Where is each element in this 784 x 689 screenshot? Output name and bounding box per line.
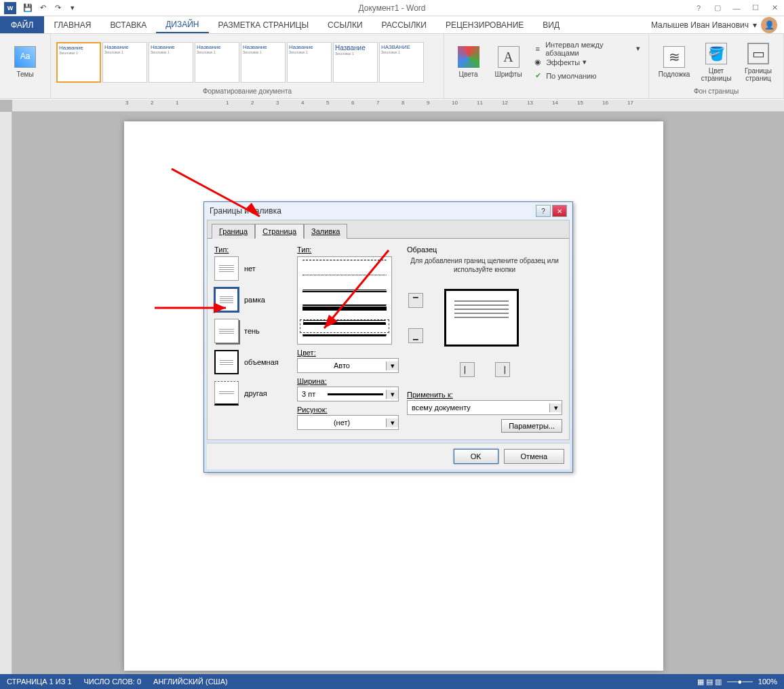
colors-icon bbox=[458, 46, 479, 68]
zoom-level[interactable]: 100% bbox=[758, 677, 777, 686]
redo-icon[interactable]: ↷ bbox=[50, 1, 65, 15]
ok-button[interactable]: OK bbox=[454, 449, 498, 464]
cancel-button[interactable]: Отмена bbox=[504, 449, 564, 464]
border-bottom-toggle[interactable]: ▁ bbox=[408, 328, 423, 343]
preview-box: ▔ ▁ bbox=[407, 281, 562, 362]
tab-home[interactable]: ГЛАВНАЯ bbox=[44, 16, 100, 33]
dialog-title-text: Границы и заливка bbox=[210, 206, 281, 216]
colors-button[interactable]: Цвета bbox=[450, 39, 487, 86]
workspace: 3211234567891011121314151617 Границы и з… bbox=[0, 100, 784, 674]
maximize-icon[interactable]: ☐ bbox=[746, 1, 765, 15]
dialog-close-icon[interactable]: ✕ bbox=[552, 205, 567, 217]
apply-to-label: Применить к: bbox=[407, 391, 562, 399]
style-label: Тип: bbox=[297, 245, 399, 254]
view-buttons[interactable]: ▦ ▤ ▥ bbox=[697, 677, 722, 686]
dialog-tab-border[interactable]: Граница bbox=[212, 224, 255, 239]
dialog-help-icon[interactable]: ? bbox=[536, 205, 551, 217]
page-borders-button[interactable]: ▭Границы страниц bbox=[739, 39, 778, 86]
apply-to-combo[interactable]: всему документу▾ bbox=[407, 400, 562, 415]
color-combo[interactable]: Авто▾ bbox=[297, 358, 399, 373]
theme-item[interactable]: НазваниеЗаголовок 1 bbox=[56, 42, 101, 83]
window-title: Документ1 - Word bbox=[358, 3, 425, 13]
tab-references[interactable]: ССЫЛКИ bbox=[318, 16, 372, 33]
theme-item[interactable]: НАЗВАНИЕЗаголовок 1 bbox=[379, 42, 424, 83]
theme-item[interactable]: НазваниеЗаголовок 1 bbox=[102, 42, 147, 83]
effects-button[interactable]: ◉Эффекты▾ bbox=[530, 56, 643, 69]
chevron-down-icon: ▾ bbox=[386, 361, 398, 370]
user-area[interactable]: Малышев Иван Иванович▾ 👤 bbox=[651, 16, 784, 33]
borders-shading-dialog: Границы и заливка ? ✕ Граница Страница З… bbox=[203, 201, 573, 473]
theme-item[interactable]: НазваниеЗаголовок 1 bbox=[287, 42, 332, 83]
tab-file[interactable]: ФАЙЛ bbox=[0, 16, 44, 33]
status-language[interactable]: АНГЛИЙСКИЙ (США) bbox=[153, 677, 228, 686]
chevron-down-icon: ▾ bbox=[386, 390, 398, 399]
tab-review[interactable]: РЕЦЕНЗИРОВАНИЕ bbox=[436, 16, 533, 33]
watermark-button[interactable]: ≋Подложка bbox=[654, 39, 694, 86]
tab-insert[interactable]: ВСТАВКА bbox=[100, 16, 156, 33]
preview-label: Образец bbox=[407, 245, 562, 254]
page-borders-icon: ▭ bbox=[747, 43, 769, 64]
border-top-toggle[interactable]: ▔ bbox=[408, 293, 423, 308]
type-option-box[interactable]: рамка bbox=[214, 288, 289, 312]
tab-design[interactable]: ДИЗАЙН bbox=[156, 16, 208, 33]
theme-item[interactable]: НазваниеЗаголовок 1 bbox=[149, 42, 193, 83]
type-label: Тип: bbox=[214, 245, 289, 254]
fonts-button[interactable]: AШрифты bbox=[490, 39, 527, 86]
document-page[interactable]: Границы и заливка ? ✕ Граница Страница З… bbox=[124, 121, 663, 671]
type-option-none[interactable]: нет bbox=[214, 256, 289, 281]
fonts-icon: A bbox=[498, 46, 520, 68]
color-label: Цвет: bbox=[297, 349, 399, 357]
ribbon: Aa Темы НазваниеЗаголовок 1 НазваниеЗаго… bbox=[0, 34, 784, 99]
status-page[interactable]: СТРАНИЦА 1 ИЗ 1 bbox=[7, 677, 72, 686]
type-option-3d[interactable]: объемная bbox=[214, 350, 289, 374]
border-left-toggle[interactable]: ▏ bbox=[460, 362, 475, 377]
dialog-titlebar[interactable]: Границы и заливка ? ✕ bbox=[204, 202, 572, 220]
page-color-icon: 🪣 bbox=[705, 43, 727, 64]
theme-item[interactable]: НазваниеЗаголовок 1 bbox=[241, 42, 286, 83]
document-formatting-gallery[interactable]: НазваниеЗаголовок 1 НазваниеЗаголовок 1 … bbox=[56, 42, 424, 83]
art-label: Рисунок: bbox=[297, 406, 399, 414]
border-right-toggle[interactable]: ▕ bbox=[495, 362, 510, 377]
art-combo[interactable]: (нет)▾ bbox=[297, 415, 399, 430]
dialog-tab-page[interactable]: Страница bbox=[255, 224, 304, 239]
spacing-icon: ≡ bbox=[532, 43, 543, 54]
word-app-icon: W bbox=[4, 2, 16, 14]
ribbon-tabs: ФАЙЛ ГЛАВНАЯ ВСТАВКА ДИЗАЙН РАЗМЕТКА СТР… bbox=[0, 16, 784, 34]
group-label-page-background: Фон страницы bbox=[654, 87, 778, 97]
tab-view[interactable]: ВИД bbox=[533, 16, 569, 33]
set-default-button[interactable]: ✔По умолчанию bbox=[530, 69, 643, 83]
options-button[interactable]: Параметры... bbox=[501, 419, 562, 433]
dialog-tab-shading[interactable]: Заливка bbox=[304, 224, 347, 239]
qat-customize-icon[interactable]: ▾ bbox=[65, 1, 80, 15]
theme-item[interactable]: НазваниеЗаголовок 1 bbox=[195, 42, 239, 83]
user-name: Малышев Иван Иванович bbox=[651, 20, 749, 30]
chevron-down-icon: ▾ bbox=[386, 418, 398, 427]
status-words[interactable]: ЧИСЛО СЛОВ: 0 bbox=[84, 677, 142, 686]
ruler-horizontal[interactable]: 3211234567891011121314151617 bbox=[12, 100, 784, 112]
theme-item[interactable]: НазваниеЗаголовок 1 bbox=[333, 42, 378, 83]
statusbar: СТРАНИЦА 1 ИЗ 1 ЧИСЛО СЛОВ: 0 АНГЛИЙСКИЙ… bbox=[0, 674, 784, 689]
minimize-icon[interactable]: — bbox=[727, 1, 746, 15]
type-option-custom[interactable]: другая bbox=[214, 381, 289, 406]
zoom-slider[interactable]: ──●── bbox=[727, 677, 753, 686]
tab-mailings[interactable]: РАССЫЛКИ bbox=[372, 16, 436, 33]
themes-icon: Aa bbox=[14, 46, 36, 68]
page-color-button[interactable]: 🪣Цвет страницы bbox=[697, 39, 736, 86]
help-icon[interactable]: ? bbox=[689, 1, 708, 15]
type-option-shadow[interactable]: тень bbox=[214, 319, 289, 343]
watermark-icon: ≋ bbox=[663, 46, 685, 68]
close-icon[interactable]: ✕ bbox=[765, 1, 784, 15]
ruler-vertical[interactable] bbox=[0, 112, 12, 674]
tab-layout[interactable]: РАЗМЕТКА СТРАНИЦЫ bbox=[209, 16, 319, 33]
border-preview[interactable] bbox=[444, 289, 519, 347]
undo-icon[interactable]: ↶ bbox=[35, 1, 50, 15]
avatar: 👤 bbox=[761, 17, 777, 33]
width-combo[interactable]: 3 пт▾ bbox=[297, 387, 399, 401]
themes-button[interactable]: Aa Темы bbox=[5, 39, 45, 86]
paragraph-spacing-button[interactable]: ≡Интервал между абзацами▾ bbox=[530, 42, 643, 56]
effects-icon: ◉ bbox=[532, 57, 543, 68]
save-icon[interactable]: 💾 bbox=[20, 1, 35, 15]
preview-hint: Для добавления границ щелкните образец и… bbox=[407, 256, 562, 274]
ribbon-options-icon[interactable]: ▢ bbox=[708, 1, 727, 15]
line-style-list[interactable] bbox=[297, 256, 392, 344]
